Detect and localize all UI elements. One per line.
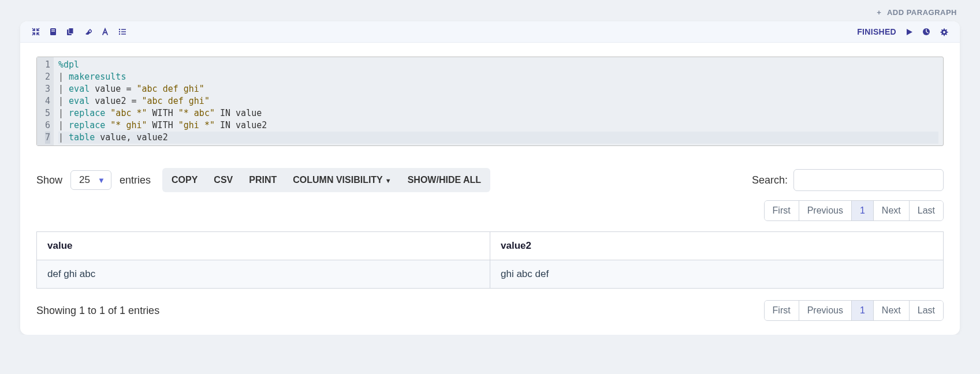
code-line: | makeresults (58, 71, 938, 83)
status-label: FINISHED (857, 27, 896, 36)
list-icon[interactable] (118, 28, 126, 36)
line-number: 2 (45, 71, 50, 83)
cell-toolbar: FINISHED (20, 21, 960, 43)
table-row: def ghi abcghi abc def (37, 260, 944, 289)
page-previous[interactable]: Previous (799, 301, 852, 320)
svg-rect-6 (121, 29, 126, 30)
svg-point-7 (119, 31, 120, 32)
gear-icon[interactable] (940, 28, 948, 36)
page-next[interactable]: Next (874, 301, 910, 320)
table-cell: def ghi abc (37, 260, 490, 289)
results-table: valuevalue2 def ghi abcghi abc def (36, 231, 944, 289)
search-input[interactable] (793, 169, 944, 191)
toolbar-left (32, 28, 126, 36)
svg-rect-0 (50, 28, 56, 35)
add-paragraph-button[interactable]: + ADD PARAGRAPH (0, 3, 980, 21)
line-number: 7 (45, 132, 50, 144)
cell-body: 1234567 %dpl| makeresults| eval value = … (20, 43, 960, 335)
book-icon[interactable] (49, 28, 57, 36)
line-number: 5 (45, 107, 50, 119)
pagination-bottom: First Previous 1 Next Last (764, 300, 944, 321)
line-number: 1 (45, 59, 50, 71)
table-cell: ghi abc def (490, 260, 944, 289)
code-line: | eval value2 = "abc def ghi" (58, 95, 938, 107)
search-label: Search: (752, 174, 788, 186)
svg-point-12 (943, 31, 945, 33)
line-number: 3 (45, 83, 50, 95)
page-previous[interactable]: Previous (799, 201, 852, 220)
column-header[interactable]: value (37, 232, 490, 260)
notebook-cell: FINISHED 1234567 %dpl| makeresults| eval… (20, 21, 960, 335)
eraser-icon[interactable] (84, 28, 92, 36)
svg-rect-1 (51, 29, 55, 30)
page-number[interactable]: 1 (852, 301, 874, 320)
code-line: | replace "abc *" WITH "* abc" IN value (58, 107, 938, 119)
pagination: First Previous 1 Next Last (764, 200, 944, 221)
show-hide-all-button[interactable]: SHOW/HIDE ALL (400, 169, 489, 191)
entries-count: 25 (79, 174, 90, 186)
copy-button[interactable]: COPY (163, 169, 206, 191)
line-gutter: 1234567 (37, 57, 54, 145)
clock-icon[interactable] (922, 28, 930, 36)
code-editor[interactable]: 1234567 %dpl| makeresults| eval value = … (36, 57, 944, 146)
page-number[interactable]: 1 (852, 201, 874, 220)
line-number: 6 (45, 119, 50, 132)
code-line: %dpl (58, 59, 938, 71)
entries-select[interactable]: 25 ▼ (70, 170, 111, 190)
page-last[interactable]: Last (910, 201, 943, 220)
print-button[interactable]: PRINT (241, 169, 285, 191)
collapse-icon[interactable] (32, 28, 40, 36)
column-header[interactable]: value2 (490, 232, 944, 260)
code-line: | table value, value2 (58, 132, 938, 144)
column-visibility-button[interactable]: COLUMN VISIBILITY▼ (285, 169, 399, 191)
table-footer: Showing 1 to 1 of 1 entries First Previo… (36, 300, 944, 321)
pagination-top: First Previous 1 Next Last (36, 200, 944, 221)
font-icon[interactable] (101, 28, 109, 36)
csv-button[interactable]: CSV (206, 169, 241, 191)
line-number: 4 (45, 95, 50, 107)
table-controls: Show 25 ▼ entries COPY CSV PRINT COLUMN … (36, 168, 944, 192)
svg-rect-2 (51, 31, 55, 32)
copy-icon[interactable] (66, 28, 74, 36)
add-paragraph-label: ADD PARAGRAPH (887, 8, 957, 17)
table-info: Showing 1 to 1 of 1 entries (36, 305, 159, 317)
page-first[interactable]: First (765, 301, 799, 320)
code-line: | replace "* ghi" WITH "ghi *" IN value2 (58, 119, 938, 132)
code-line: | eval value = "abc def ghi" (58, 83, 938, 95)
search-area: Search: (752, 169, 944, 191)
toolbar-right: FINISHED (857, 27, 948, 36)
caret-down-icon: ▼ (385, 177, 392, 184)
page-next[interactable]: Next (874, 201, 910, 220)
code-content: %dpl| makeresults| eval value = "abc def… (54, 57, 943, 145)
page-first[interactable]: First (765, 201, 799, 220)
show-label: Show (36, 174, 62, 186)
plus-icon: + (877, 8, 881, 17)
export-button-group: COPY CSV PRINT COLUMN VISIBILITY▼ SHOW/H… (162, 168, 490, 192)
chevron-down-icon: ▼ (98, 176, 105, 185)
svg-rect-8 (121, 31, 126, 32)
svg-rect-10 (121, 33, 126, 35)
page-last[interactable]: Last (910, 301, 943, 320)
svg-rect-4 (69, 28, 73, 34)
play-icon[interactable] (906, 28, 913, 36)
svg-point-5 (119, 29, 120, 30)
entries-label: entries (120, 174, 151, 186)
svg-point-9 (119, 33, 120, 35)
